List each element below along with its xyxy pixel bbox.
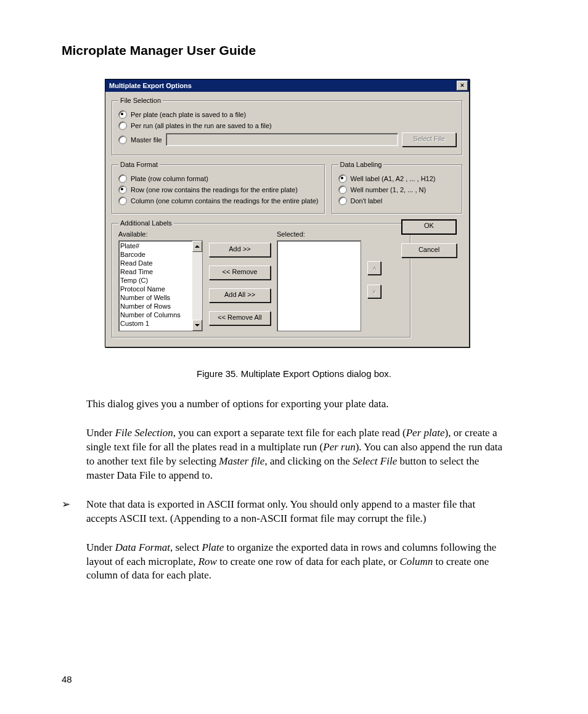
radio-per-plate[interactable] [118, 110, 127, 119]
label-format-column: Column (one column contains the readings… [131, 197, 319, 205]
label-well-number: Well number (1, 2, ... , N) [351, 186, 427, 193]
selected-listbox[interactable] [277, 240, 361, 331]
available-header: Available: [118, 230, 203, 238]
dialog-title: Multiplate Export Options [109, 82, 457, 89]
list-item[interactable]: Protocol Name [120, 285, 191, 293]
available-listbox[interactable]: Plate# Barcode Read Date Read Time Temp … [118, 240, 203, 331]
remove-button[interactable]: << Remove [209, 266, 271, 280]
group-data-format: Data Format Plate (row column format) Ro… [112, 161, 325, 214]
figure-caption: Figure 35. Multiplate Export Options dia… [62, 368, 526, 379]
note-item: ➢ Note that data is exported in ASCII fo… [62, 498, 526, 526]
scrollbar[interactable] [192, 241, 202, 331]
legend-data-labeling: Data Labeling [338, 161, 384, 168]
label-master-file: Master file [131, 136, 162, 144]
paragraph-file-selection: Under File Selection, you can export a s… [86, 426, 505, 483]
list-item[interactable]: Temp (C) [120, 276, 191, 285]
label-format-plate: Plate (row column format) [131, 175, 208, 182]
group-data-labeling: Data Labeling Well label (A1, A2 , ... ,… [332, 161, 463, 214]
label-well-label: Well label (A1, A2 , ... , H12) [351, 175, 436, 182]
list-item[interactable]: Plate# [120, 241, 191, 250]
legend-additional-labels: Additional Labels [118, 219, 174, 227]
radio-master-file[interactable] [118, 136, 127, 144]
paragraph-intro: This dialog gives you a number of option… [86, 397, 505, 412]
scroll-track[interactable] [192, 252, 202, 320]
select-file-button[interactable]: Select File [402, 132, 456, 147]
add-all-button[interactable]: Add All >> [209, 288, 271, 302]
list-item[interactable]: Custom 1 [120, 319, 191, 328]
radio-well-number[interactable] [338, 185, 347, 194]
label-format-row: Row (one row contains the readings for t… [131, 186, 298, 193]
scroll-down-icon[interactable] [192, 320, 202, 331]
available-list-items: Plate# Barcode Read Date Read Time Temp … [119, 241, 192, 331]
radio-format-plate[interactable] [118, 174, 127, 183]
titlebar: Multiplate Export Options × [105, 79, 469, 92]
ok-button[interactable]: OK [401, 219, 457, 235]
move-down-button[interactable]: v [367, 285, 381, 298]
legend-data-format: Data Format [118, 161, 160, 168]
selected-header: Selected: [277, 230, 361, 238]
remove-all-button[interactable]: << Remove All [209, 311, 271, 325]
document-title: Microplate Manager User Guide [62, 43, 526, 58]
group-file-selection: File Selection Per plate (each plate is … [112, 97, 463, 156]
group-additional-labels: Additional Labels Available: Plate# Barc… [112, 219, 411, 338]
label-dont-label: Don't label [351, 197, 383, 205]
list-item[interactable]: Number of Columns [120, 310, 191, 319]
page-number: 48 [62, 674, 72, 684]
list-item[interactable]: Read Time [120, 267, 191, 276]
dialog-multiplate-export-options: Multiplate Export Options × File Selecti… [105, 79, 470, 347]
label-per-plate: Per plate (each plate is saved to a file… [131, 111, 246, 118]
cancel-button[interactable]: Cancel [401, 243, 457, 258]
radio-format-column[interactable] [118, 197, 127, 205]
move-up-button[interactable]: ʌ [367, 261, 381, 275]
master-file-input[interactable] [166, 133, 398, 146]
radio-well-label[interactable] [338, 174, 347, 183]
list-item[interactable]: Number of Rows [120, 302, 191, 310]
close-icon[interactable]: × [457, 81, 468, 91]
bullet-arrow-icon: ➢ [62, 498, 86, 526]
list-item[interactable]: Number of Wells [120, 293, 191, 302]
list-item[interactable]: Barcode [120, 250, 191, 259]
note-text: Note that data is exported in ASCII form… [86, 498, 505, 526]
radio-format-row[interactable] [118, 185, 127, 194]
list-item[interactable]: Read Date [120, 259, 191, 267]
radio-dont-label[interactable] [338, 197, 347, 205]
legend-file-selection: File Selection [118, 97, 163, 104]
label-per-run: Per run (all plates in the run are saved… [131, 122, 272, 129]
paragraph-data-format: Under Data Format, select Plate to organ… [86, 541, 505, 583]
scroll-up-icon[interactable] [192, 241, 202, 252]
radio-per-run[interactable] [118, 121, 127, 130]
add-button[interactable]: Add >> [209, 243, 271, 257]
